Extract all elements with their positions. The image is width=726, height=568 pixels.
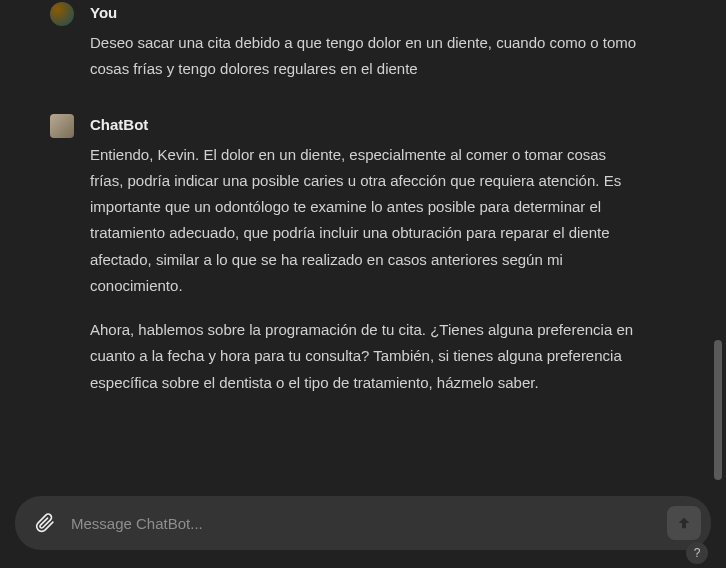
- message-content: ChatBot Entiendo, Kevin. El dolor en un …: [90, 112, 640, 396]
- bot-avatar: [50, 114, 74, 138]
- message-text: Deseo sacar una cita debido a que tengo …: [90, 30, 640, 83]
- message-text: Entiendo, Kevin. El dolor en un diente, …: [90, 142, 640, 396]
- sender-name: ChatBot: [90, 112, 640, 138]
- sender-name: You: [90, 0, 640, 26]
- user-message: You Deseo sacar una cita debido a que te…: [50, 0, 676, 82]
- input-bar: [15, 496, 711, 550]
- chat-container: You Deseo sacar una cita debido a que te…: [0, 0, 726, 490]
- user-avatar: [50, 2, 74, 26]
- scrollbar-track: [714, 0, 722, 490]
- message-paragraph: Deseo sacar una cita debido a que tengo …: [90, 30, 640, 83]
- help-button[interactable]: ?: [686, 542, 708, 564]
- message-paragraph: Ahora, hablemos sobre la programación de…: [90, 317, 640, 396]
- arrow-up-icon: [676, 515, 692, 531]
- message-paragraph: Entiendo, Kevin. El dolor en un diente, …: [90, 142, 640, 300]
- scrollbar-thumb[interactable]: [714, 340, 722, 480]
- attachment-icon[interactable]: [33, 511, 57, 535]
- bot-message: ChatBot Entiendo, Kevin. El dolor en un …: [50, 112, 676, 396]
- send-button[interactable]: [667, 506, 701, 540]
- message-input[interactable]: [71, 515, 653, 532]
- message-content: You Deseo sacar una cita debido a que te…: [90, 0, 640, 82]
